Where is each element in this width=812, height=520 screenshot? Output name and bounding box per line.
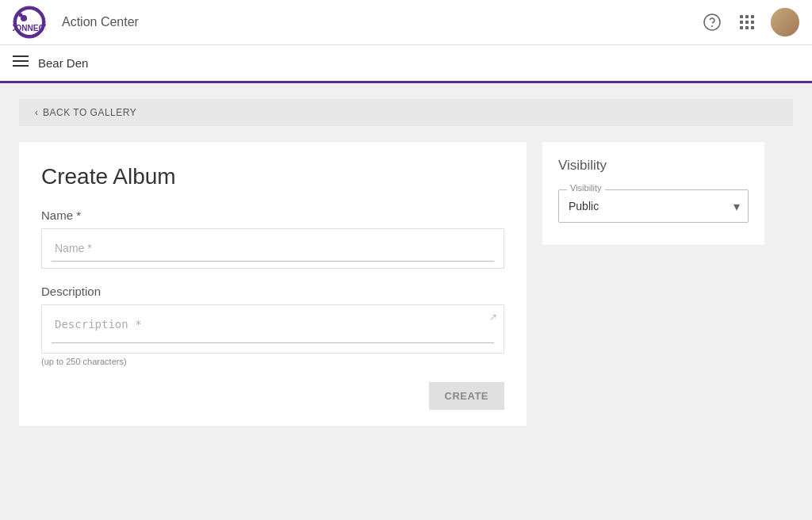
svg-rect-10: [740, 21, 743, 24]
main-content: ‹ BACK TO GALLERY Create Album Name * De…: [0, 83, 812, 520]
hamburger-menu[interactable]: [13, 55, 29, 71]
name-input-wrapper: [41, 228, 504, 269]
create-button[interactable]: CREATE: [429, 382, 504, 410]
visibility-select-wrapper: Visibility Public Private Members Only ▾: [558, 189, 749, 223]
description-input-wrapper: ↗: [41, 304, 504, 354]
name-input[interactable]: [52, 235, 494, 262]
visibility-card-title: Visibility: [558, 158, 749, 174]
svg-rect-8: [745, 15, 749, 18]
logo[interactable]: CONNECT: [13, 6, 46, 39]
svg-rect-15: [751, 26, 754, 29]
name-field-group: Name *: [41, 208, 504, 269]
svg-rect-11: [745, 21, 749, 24]
description-label: Description: [41, 285, 504, 298]
action-center-label: Action Center: [62, 15, 139, 29]
svg-point-3: [19, 13, 23, 17]
description-input[interactable]: [52, 312, 494, 343]
expand-icon: ↗: [489, 312, 497, 323]
header-right: [701, 8, 799, 36]
svg-rect-14: [745, 26, 749, 29]
name-label: Name *: [41, 208, 504, 222]
back-to-gallery-link[interactable]: BACK TO GALLERY: [43, 107, 136, 118]
header: CONNECT Action Center: [0, 0, 812, 45]
svg-point-5: [704, 14, 720, 30]
avatar[interactable]: [771, 8, 799, 36]
visibility-select[interactable]: Public Private Members Only: [559, 192, 748, 220]
form-title: Create Album: [41, 164, 504, 189]
char-limit-text: (up to 250 characters): [41, 357, 504, 366]
form-layout: Create Album Name * Description ↗ (up to…: [19, 142, 793, 426]
back-to-gallery-bar: ‹ BACK TO GALLERY: [19, 99, 793, 126]
apps-icon[interactable]: [736, 11, 758, 33]
description-field-group: Description ↗ (up to 250 characters): [41, 285, 504, 366]
nav-bar: Bear Den: [0, 45, 812, 83]
back-chevron-icon: ‹: [35, 107, 38, 118]
svg-rect-7: [740, 15, 743, 18]
create-album-card: Create Album Name * Description ↗ (up to…: [19, 142, 527, 426]
help-icon[interactable]: [701, 11, 723, 33]
svg-rect-13: [740, 26, 743, 29]
visibility-select-float-label: Visibility: [567, 183, 605, 193]
svg-text:CONNECT: CONNECT: [13, 24, 46, 32]
svg-rect-12: [751, 21, 754, 24]
svg-rect-9: [751, 15, 754, 18]
org-name-label: Bear Den: [38, 56, 88, 70]
visibility-card: Visibility Visibility Public Private Mem…: [542, 142, 764, 245]
header-left: CONNECT Action Center: [13, 6, 139, 39]
form-footer: CREATE: [41, 382, 504, 410]
